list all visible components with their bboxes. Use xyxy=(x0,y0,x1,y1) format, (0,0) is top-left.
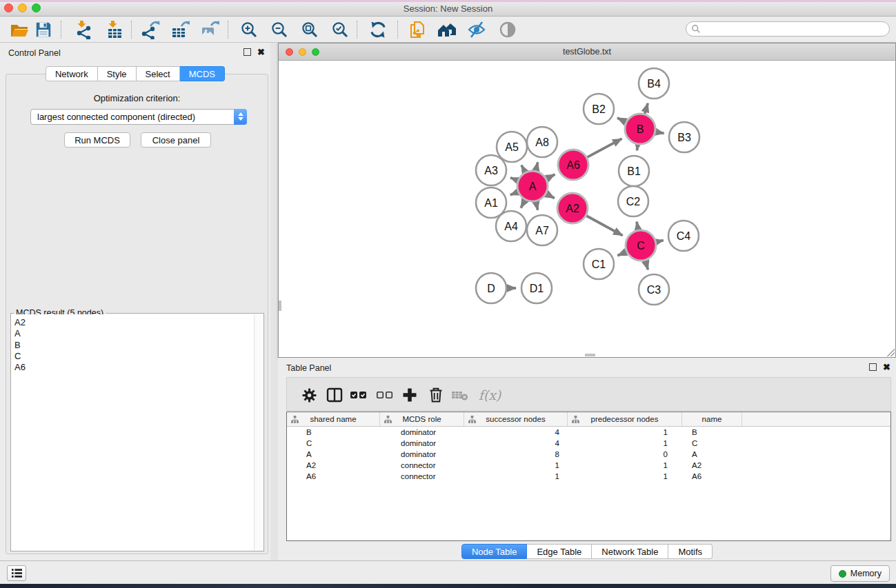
table-cell[interactable]: 1 xyxy=(464,460,568,471)
tab-motifs[interactable]: Motifs xyxy=(668,544,713,559)
table-settings-gear-icon[interactable] xyxy=(299,385,319,405)
table-cell[interactable]: dominator xyxy=(380,449,464,460)
table-cell[interactable]: C xyxy=(287,438,380,449)
graph-edge-A2-C[interactable] xyxy=(586,216,622,236)
table-cell[interactable]: A2 xyxy=(682,460,742,471)
table-cell[interactable]: 1 xyxy=(568,460,682,471)
table-row[interactable]: Bdominator41B xyxy=(287,427,890,438)
table-row[interactable]: A2connector11A2 xyxy=(287,460,890,471)
column-header-name[interactable]: name xyxy=(682,412,742,426)
zoom-fit-icon[interactable] xyxy=(299,19,320,40)
column-header-successor-nodes[interactable]: successor nodes xyxy=(464,412,568,426)
result-item[interactable]: A2 xyxy=(14,317,254,328)
float-panel-icon[interactable] xyxy=(243,48,251,56)
select-all-checkboxes-icon[interactable] xyxy=(349,385,368,405)
table-cell[interactable]: A2 xyxy=(287,460,380,471)
table-cell[interactable]: 4 xyxy=(464,438,568,449)
criterion-dropdown[interactable]: largest connected component (directed) xyxy=(30,109,247,125)
export-table-icon[interactable] xyxy=(170,19,190,40)
tab-edge-table[interactable]: Edge Table xyxy=(527,544,592,559)
result-item[interactable]: A6 xyxy=(14,362,254,373)
table-cell[interactable]: 0 xyxy=(568,449,682,460)
table-cell[interactable]: connector xyxy=(380,471,464,482)
add-column-icon[interactable] xyxy=(400,385,419,405)
tab-network[interactable]: Network xyxy=(46,66,98,81)
import-network-icon[interactable] xyxy=(73,19,94,40)
column-header-MCDS-role[interactable]: MCDS role xyxy=(380,412,464,426)
tab-select[interactable]: Select xyxy=(137,66,180,81)
task-history-button[interactable] xyxy=(7,565,26,581)
table-row[interactable]: Cdominator41C xyxy=(287,438,890,449)
table-cell[interactable]: dominator xyxy=(380,438,464,449)
graph-edge-C-C2[interactable] xyxy=(637,222,638,230)
close-panel-icon[interactable]: ✖ xyxy=(257,48,265,56)
table-cell[interactable]: 1 xyxy=(568,427,682,438)
export-image-icon[interactable] xyxy=(199,19,220,40)
column-header-shared-name[interactable]: shared name xyxy=(287,412,380,426)
import-table-icon[interactable] xyxy=(104,19,125,40)
table-row[interactable]: Adominator80A xyxy=(287,449,890,460)
table-cell[interactable]: B xyxy=(287,427,380,438)
mcds-result-list[interactable]: A2ABCA6 xyxy=(12,314,254,550)
table-cell[interactable]: C xyxy=(682,438,742,449)
graph-edge-C-C4[interactable] xyxy=(656,241,663,242)
result-item[interactable]: C xyxy=(14,351,254,362)
table-cell[interactable]: 8 xyxy=(464,449,568,460)
graph-edge-A-A6[interactable] xyxy=(546,174,555,179)
table-cell[interactable]: A xyxy=(287,449,380,460)
export-network-icon[interactable] xyxy=(140,19,161,40)
table-cell[interactable]: 1 xyxy=(464,471,568,482)
graph-edge-A-A1[interactable] xyxy=(510,192,518,195)
show-graphics-details-icon[interactable] xyxy=(497,19,518,40)
graph-edge-B-B1[interactable] xyxy=(637,145,637,151)
table-cell[interactable]: 1 xyxy=(568,438,682,449)
function-builder-icon[interactable]: f(x) xyxy=(476,385,504,405)
column-header-predecessor-nodes[interactable]: predecessor nodes xyxy=(568,412,682,426)
table-cell[interactable]: B xyxy=(682,427,742,438)
zoom-in-icon[interactable] xyxy=(239,19,259,40)
vertical-scroll-mark[interactable] xyxy=(279,301,281,311)
graph-edge-A-A7[interactable] xyxy=(536,201,538,210)
float-table-panel-icon[interactable] xyxy=(869,363,877,371)
table-cell[interactable]: connector xyxy=(380,460,464,471)
delete-column-trash-icon[interactable] xyxy=(426,385,446,405)
tab-mcds[interactable]: MCDS xyxy=(180,66,225,81)
graph-edge-B-B4[interactable] xyxy=(645,103,648,114)
refresh-icon[interactable] xyxy=(368,19,388,40)
graph-edge-A6-B[interactable] xyxy=(587,139,621,157)
run-mcds-button[interactable]: Run MCDS xyxy=(64,132,130,148)
close-table-panel-icon[interactable]: ✖ xyxy=(883,363,890,371)
graph-edge-B-B3[interactable] xyxy=(656,132,664,133)
table-cell[interactable]: A6 xyxy=(682,471,742,482)
graph-edge-B-B2[interactable] xyxy=(617,118,626,122)
table-row[interactable]: A6connector11A6 xyxy=(287,471,890,482)
home-icon[interactable] xyxy=(436,19,457,40)
network-canvas[interactable]: B4B2BB3A8A5A6A3B1AC2A1A2A4A7C4CC1DD1C3 xyxy=(279,61,895,357)
save-session-icon[interactable] xyxy=(33,19,54,40)
close-panel-button[interactable]: Close panel xyxy=(141,132,211,148)
result-item[interactable]: A xyxy=(14,328,254,339)
graph-edge-C-C3[interactable] xyxy=(646,261,648,270)
search-input[interactable] xyxy=(701,24,889,34)
open-file-icon[interactable] xyxy=(9,19,30,40)
network-window-titlebar[interactable]: testGlobe.txt xyxy=(279,43,895,61)
graph-edge-A-A5[interactable] xyxy=(521,165,525,172)
graph-edge-C-C1[interactable] xyxy=(617,252,626,256)
table-cell[interactable]: 4 xyxy=(464,427,568,438)
search-field[interactable] xyxy=(686,21,890,37)
window-resize-grip[interactable] xyxy=(887,349,895,356)
result-item[interactable]: B xyxy=(14,340,254,351)
tab-network-table[interactable]: Network Table xyxy=(592,544,668,559)
clone-network-icon[interactable] xyxy=(407,19,428,40)
graph-edge-A-A2[interactable] xyxy=(546,194,555,198)
table-cell[interactable]: 1 xyxy=(568,471,682,482)
horizontal-scroll-mark[interactable] xyxy=(585,354,595,356)
table-cell[interactable]: dominator xyxy=(380,427,464,438)
hide-graphics-details-icon[interactable] xyxy=(466,19,487,40)
delete-table-icon[interactable] xyxy=(450,385,470,405)
deselect-all-checkboxes-icon[interactable] xyxy=(375,385,395,405)
zoom-out-icon[interactable] xyxy=(269,19,290,40)
tab-style[interactable]: Style xyxy=(98,66,137,81)
table-cell[interactable]: A xyxy=(682,449,742,460)
memory-button[interactable]: Memory xyxy=(830,565,890,582)
